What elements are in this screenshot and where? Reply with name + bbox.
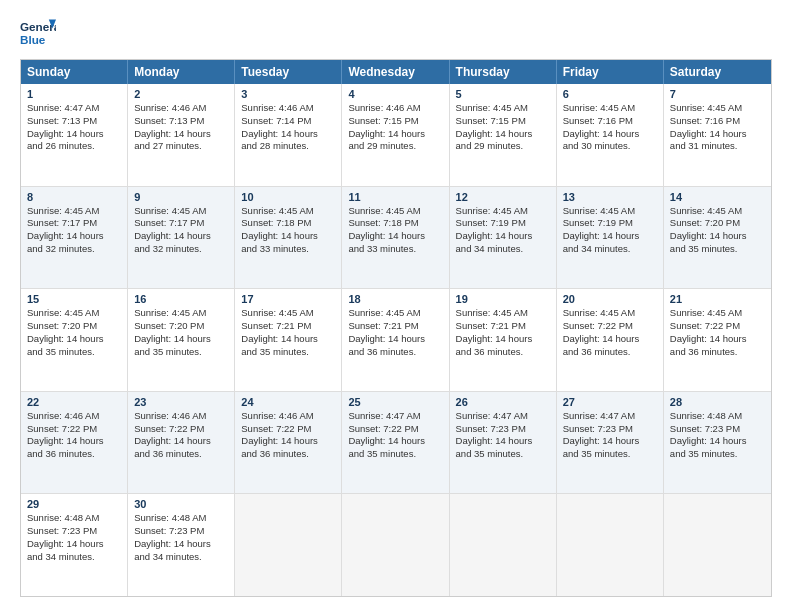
cell-line: Daylight: 14 hours	[563, 333, 657, 346]
cell-line: and 34 minutes.	[27, 551, 121, 564]
header-cell-thursday: Thursday	[450, 60, 557, 84]
cell-line: Daylight: 14 hours	[241, 128, 335, 141]
day-cell-27: 27Sunrise: 4:47 AMSunset: 7:23 PMDayligh…	[557, 392, 664, 494]
cell-line: Sunset: 7:22 PM	[134, 423, 228, 436]
day-cell-11: 11Sunrise: 4:45 AMSunset: 7:18 PMDayligh…	[342, 187, 449, 289]
cell-line: Sunset: 7:21 PM	[456, 320, 550, 333]
cell-line: Sunrise: 4:45 AM	[348, 205, 442, 218]
cell-line: and 28 minutes.	[241, 140, 335, 153]
cell-line: Daylight: 14 hours	[670, 333, 765, 346]
cell-line: Sunrise: 4:45 AM	[134, 205, 228, 218]
cell-line: Sunrise: 4:45 AM	[456, 102, 550, 115]
day-number: 17	[241, 293, 335, 305]
cell-line: Sunset: 7:23 PM	[563, 423, 657, 436]
day-number: 23	[134, 396, 228, 408]
day-number: 13	[563, 191, 657, 203]
cell-line: Sunrise: 4:47 AM	[456, 410, 550, 423]
cell-line: Sunrise: 4:46 AM	[27, 410, 121, 423]
day-number: 18	[348, 293, 442, 305]
cell-line: and 29 minutes.	[348, 140, 442, 153]
day-cell-26: 26Sunrise: 4:47 AMSunset: 7:23 PMDayligh…	[450, 392, 557, 494]
day-cell-16: 16Sunrise: 4:45 AMSunset: 7:20 PMDayligh…	[128, 289, 235, 391]
day-cell-20: 20Sunrise: 4:45 AMSunset: 7:22 PMDayligh…	[557, 289, 664, 391]
cell-line: and 36 minutes.	[134, 448, 228, 461]
day-number: 11	[348, 191, 442, 203]
cell-line: and 36 minutes.	[456, 346, 550, 359]
day-cell-2: 2Sunrise: 4:46 AMSunset: 7:13 PMDaylight…	[128, 84, 235, 186]
header-cell-monday: Monday	[128, 60, 235, 84]
day-number: 30	[134, 498, 228, 510]
cell-line: Sunset: 7:22 PM	[670, 320, 765, 333]
cell-line: Sunset: 7:15 PM	[348, 115, 442, 128]
cell-line: Daylight: 14 hours	[134, 538, 228, 551]
empty-cell	[557, 494, 664, 596]
cell-line: Sunrise: 4:48 AM	[134, 512, 228, 525]
cell-line: Sunset: 7:18 PM	[241, 217, 335, 230]
cell-line: and 36 minutes.	[241, 448, 335, 461]
cell-line: Daylight: 14 hours	[563, 230, 657, 243]
cell-line: and 33 minutes.	[241, 243, 335, 256]
cell-line: Sunset: 7:14 PM	[241, 115, 335, 128]
calendar-row-4: 29Sunrise: 4:48 AMSunset: 7:23 PMDayligh…	[21, 494, 771, 596]
day-number: 4	[348, 88, 442, 100]
day-cell-30: 30Sunrise: 4:48 AMSunset: 7:23 PMDayligh…	[128, 494, 235, 596]
cell-line: and 34 minutes.	[134, 551, 228, 564]
cell-line: and 36 minutes.	[670, 346, 765, 359]
header-cell-wednesday: Wednesday	[342, 60, 449, 84]
cell-line: Sunrise: 4:45 AM	[670, 102, 765, 115]
cell-line: Daylight: 14 hours	[134, 128, 228, 141]
day-cell-9: 9Sunrise: 4:45 AMSunset: 7:17 PMDaylight…	[128, 187, 235, 289]
day-number: 10	[241, 191, 335, 203]
cell-line: Sunrise: 4:48 AM	[27, 512, 121, 525]
cell-line: Daylight: 14 hours	[348, 333, 442, 346]
cell-line: Sunset: 7:17 PM	[27, 217, 121, 230]
day-cell-5: 5Sunrise: 4:45 AMSunset: 7:15 PMDaylight…	[450, 84, 557, 186]
day-cell-23: 23Sunrise: 4:46 AMSunset: 7:22 PMDayligh…	[128, 392, 235, 494]
cell-line: and 35 minutes.	[241, 346, 335, 359]
svg-text:Blue: Blue	[20, 33, 46, 46]
header-cell-friday: Friday	[557, 60, 664, 84]
cell-line: and 30 minutes.	[563, 140, 657, 153]
day-cell-8: 8Sunrise: 4:45 AMSunset: 7:17 PMDaylight…	[21, 187, 128, 289]
cell-line: Sunset: 7:23 PM	[456, 423, 550, 436]
cell-line: Sunset: 7:19 PM	[456, 217, 550, 230]
cell-line: Daylight: 14 hours	[27, 128, 121, 141]
day-cell-18: 18Sunrise: 4:45 AMSunset: 7:21 PMDayligh…	[342, 289, 449, 391]
day-cell-17: 17Sunrise: 4:45 AMSunset: 7:21 PMDayligh…	[235, 289, 342, 391]
cell-line: Daylight: 14 hours	[348, 128, 442, 141]
cell-line: Sunset: 7:22 PM	[241, 423, 335, 436]
empty-cell	[450, 494, 557, 596]
day-cell-12: 12Sunrise: 4:45 AMSunset: 7:19 PMDayligh…	[450, 187, 557, 289]
day-cell-15: 15Sunrise: 4:45 AMSunset: 7:20 PMDayligh…	[21, 289, 128, 391]
cell-line: Sunset: 7:19 PM	[563, 217, 657, 230]
cell-line: Daylight: 14 hours	[456, 333, 550, 346]
cell-line: and 35 minutes.	[348, 448, 442, 461]
day-number: 9	[134, 191, 228, 203]
cell-line: and 35 minutes.	[456, 448, 550, 461]
cell-line: Sunrise: 4:46 AM	[348, 102, 442, 115]
cell-line: Sunrise: 4:46 AM	[241, 410, 335, 423]
cell-line: Daylight: 14 hours	[456, 230, 550, 243]
day-number: 21	[670, 293, 765, 305]
day-cell-3: 3Sunrise: 4:46 AMSunset: 7:14 PMDaylight…	[235, 84, 342, 186]
cell-line: Sunrise: 4:45 AM	[670, 307, 765, 320]
cell-line: Sunrise: 4:47 AM	[563, 410, 657, 423]
cell-line: Daylight: 14 hours	[134, 435, 228, 448]
cell-line: Sunset: 7:20 PM	[134, 320, 228, 333]
calendar-row-1: 8Sunrise: 4:45 AMSunset: 7:17 PMDaylight…	[21, 187, 771, 290]
cell-line: and 26 minutes.	[27, 140, 121, 153]
cell-line: Sunset: 7:22 PM	[348, 423, 442, 436]
cell-line: Sunset: 7:22 PM	[27, 423, 121, 436]
day-cell-13: 13Sunrise: 4:45 AMSunset: 7:19 PMDayligh…	[557, 187, 664, 289]
day-cell-6: 6Sunrise: 4:45 AMSunset: 7:16 PMDaylight…	[557, 84, 664, 186]
logo: General Blue	[20, 15, 56, 51]
cell-line: Sunset: 7:15 PM	[456, 115, 550, 128]
day-cell-19: 19Sunrise: 4:45 AMSunset: 7:21 PMDayligh…	[450, 289, 557, 391]
cell-line: and 34 minutes.	[456, 243, 550, 256]
calendar-row-2: 15Sunrise: 4:45 AMSunset: 7:20 PMDayligh…	[21, 289, 771, 392]
cell-line: Daylight: 14 hours	[27, 230, 121, 243]
cell-line: Daylight: 14 hours	[241, 435, 335, 448]
calendar-body: 1Sunrise: 4:47 AMSunset: 7:13 PMDaylight…	[21, 84, 771, 596]
cell-line: Sunrise: 4:45 AM	[670, 205, 765, 218]
empty-cell	[235, 494, 342, 596]
